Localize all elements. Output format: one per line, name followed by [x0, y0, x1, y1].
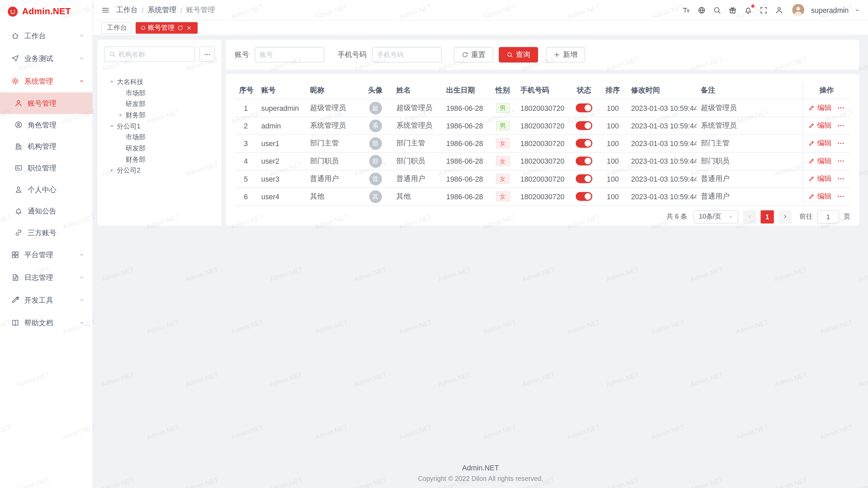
- breadcrumb-item[interactable]: 工作台: [116, 5, 138, 15]
- tree-caret-collapsed-icon[interactable]: [108, 167, 115, 174]
- sidebar-subitem-bell[interactable]: 通知公告: [0, 200, 93, 222]
- edit-icon: [808, 105, 815, 111]
- tree-caret-expanded-icon[interactable]: [108, 123, 115, 129]
- header-actions: superadmin: [682, 4, 861, 16]
- row-more-icon[interactable]: [837, 175, 845, 183]
- status-toggle[interactable]: [576, 139, 592, 148]
- tree-node[interactable]: 研发部: [104, 143, 215, 154]
- user-avatar[interactable]: [792, 4, 804, 16]
- tree-caret-none-icon: [117, 101, 124, 107]
- search-button[interactable]: 查询: [499, 47, 538, 63]
- goto-page-input[interactable]: [817, 210, 839, 223]
- gender-tag: 女: [496, 138, 510, 148]
- gift-icon[interactable]: [729, 6, 737, 14]
- status-toggle[interactable]: [576, 157, 592, 165]
- next-page-button[interactable]: [778, 210, 792, 223]
- post-icon: [14, 164, 22, 172]
- edit-button[interactable]: 编辑: [808, 191, 832, 201]
- row-more-icon[interactable]: [837, 122, 845, 129]
- sidebar-subitem-org[interactable]: 机构管理: [0, 136, 93, 157]
- edit-button[interactable]: 编辑: [808, 156, 832, 166]
- row-more-icon[interactable]: [837, 104, 845, 112]
- sidebar-item-home[interactable]: 工作台: [0, 24, 93, 47]
- edit-label: 编辑: [817, 138, 831, 148]
- sidebar-item-grid[interactable]: 平台管理: [0, 243, 93, 266]
- goto-label: 前往: [800, 212, 813, 221]
- page-size-select[interactable]: 10条/页: [694, 210, 738, 223]
- toggle-knob: [585, 105, 591, 111]
- person-icon[interactable]: [775, 6, 783, 14]
- chevron-down-icon: [728, 214, 733, 219]
- pagination-total: 共 6 条: [667, 212, 687, 221]
- bell-icon[interactable]: [744, 6, 752, 14]
- menu-collapse-icon[interactable]: [101, 6, 110, 14]
- sidebar-item-book[interactable]: 帮助文档: [0, 311, 93, 334]
- tree-node-label: 市场部: [126, 133, 146, 142]
- sidebar-item-gear[interactable]: 系统管理: [0, 70, 93, 93]
- column-header: 序号: [235, 82, 257, 99]
- tab-dot: [141, 26, 145, 29]
- tab-active-item[interactable]: 账号管理: [136, 22, 198, 33]
- sidebar-item-tools[interactable]: 开发工具: [0, 289, 93, 311]
- row-more-icon[interactable]: [837, 157, 845, 165]
- edit-button[interactable]: 编辑: [808, 138, 832, 148]
- account-input[interactable]: [260, 51, 319, 59]
- tree-node[interactable]: 分公司1: [104, 121, 215, 132]
- tree-node[interactable]: 分公司2: [104, 165, 215, 176]
- edit-icon: [808, 140, 815, 147]
- home-icon: [11, 32, 19, 40]
- column-header: 状态: [569, 82, 599, 99]
- username[interactable]: superadmin: [811, 6, 849, 14]
- text-size-icon[interactable]: [682, 6, 690, 14]
- tree-caret-collapsed-icon[interactable]: [117, 112, 124, 119]
- tab-item[interactable]: 工作台: [101, 22, 132, 33]
- tree-node[interactable]: 市场部: [104, 87, 215, 99]
- chevron-right-icon: [782, 214, 788, 220]
- search-icon: [507, 52, 513, 58]
- sidebar-item-test[interactable]: 业务测试: [0, 47, 93, 70]
- edit-button[interactable]: 编辑: [808, 121, 832, 130]
- status-toggle[interactable]: [576, 192, 592, 201]
- org-search-input[interactable]: [118, 50, 190, 58]
- edit-button[interactable]: 编辑: [808, 174, 832, 184]
- tree-caret-expanded-icon[interactable]: [108, 79, 115, 85]
- status-toggle[interactable]: [576, 175, 592, 183]
- tree-caret-none-icon: [117, 145, 124, 152]
- tree-node[interactable]: 财务部: [104, 154, 215, 165]
- edit-icon: [808, 176, 815, 182]
- tab-close-icon[interactable]: [186, 25, 192, 31]
- chev-down-icon: [79, 297, 85, 303]
- user-menu-chevron-icon[interactable]: [854, 7, 860, 13]
- page-number-current[interactable]: 1: [761, 210, 774, 223]
- toggle-knob: [585, 176, 591, 182]
- edit-button[interactable]: 编辑: [808, 103, 832, 113]
- phone-input[interactable]: [377, 51, 437, 59]
- tab-refresh-icon[interactable]: [177, 25, 183, 31]
- sidebar-subitem-post[interactable]: 职位管理: [0, 157, 93, 179]
- sidebar-subitem-profile[interactable]: 个人中心: [0, 179, 93, 200]
- globe-icon[interactable]: [697, 6, 706, 14]
- row-more-icon[interactable]: [837, 139, 845, 147]
- sidebar-subitem-share[interactable]: 三方账号: [0, 222, 93, 244]
- tree-node[interactable]: 财务部: [104, 109, 215, 121]
- org-more-button[interactable]: [199, 46, 215, 62]
- reset-button[interactable]: 重置: [454, 47, 493, 63]
- sidebar-subitem-user[interactable]: 账号管理: [0, 93, 93, 114]
- fullscreen-icon[interactable]: [760, 6, 768, 14]
- chev-down-icon: [79, 252, 85, 258]
- tree-node[interactable]: 市场部: [104, 132, 215, 143]
- sidebar-item-log[interactable]: 日志管理: [0, 266, 93, 289]
- status-toggle[interactable]: [576, 121, 592, 130]
- add-button[interactable]: 新增: [546, 47, 585, 63]
- status-toggle[interactable]: [576, 104, 592, 113]
- row-more-icon[interactable]: [837, 192, 845, 200]
- prev-page-button[interactable]: [743, 210, 756, 223]
- search-icon[interactable]: [713, 6, 721, 14]
- sidebar-subitem-role[interactable]: 角色管理: [0, 114, 93, 136]
- tree-node[interactable]: 研发部: [104, 99, 215, 110]
- breadcrumb-item[interactable]: 系统管理: [147, 5, 176, 15]
- org-search-field: [104, 46, 195, 62]
- app-logo[interactable]: Admin.NET: [0, 0, 93, 23]
- sidebar-item-label: 平台管理: [24, 250, 53, 260]
- tree-node[interactable]: 大名科技: [104, 76, 215, 87]
